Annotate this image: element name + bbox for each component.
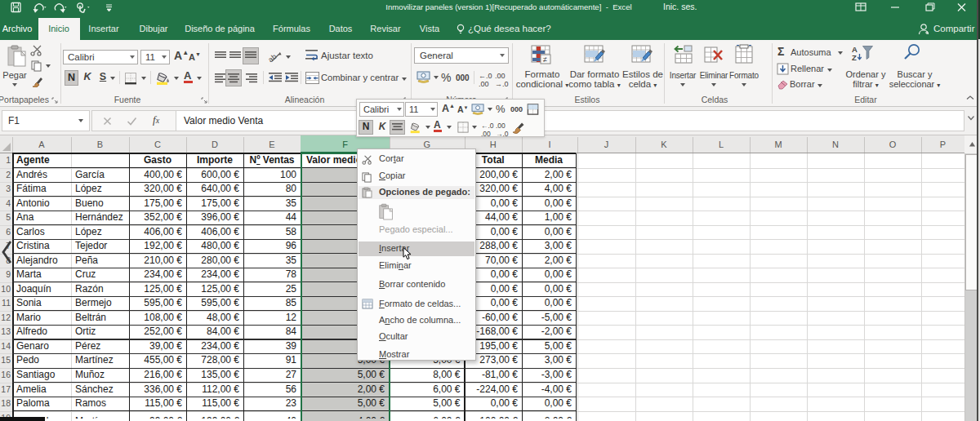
svg-text:Z: Z — [852, 53, 857, 61]
svg-text:ab: ab — [268, 52, 278, 64]
svg-text:A: A — [852, 45, 858, 54]
svg-text:≠: ≠ — [543, 55, 547, 64]
